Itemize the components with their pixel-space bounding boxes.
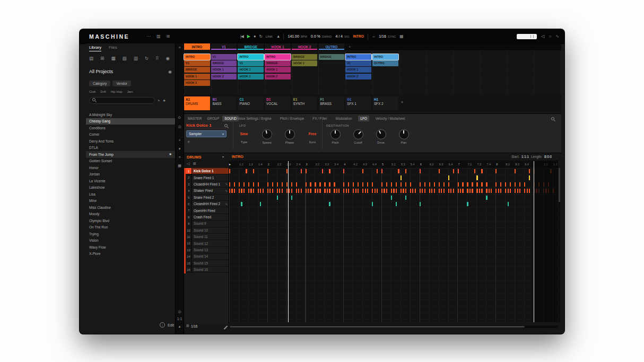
filter-category[interactable]: Category <box>89 81 110 86</box>
note-event[interactable] <box>306 189 307 193</box>
note-event[interactable] <box>348 189 349 193</box>
note-event[interactable] <box>508 202 509 206</box>
note-event[interactable] <box>460 189 461 193</box>
zoom-ratio-label[interactable]: 1:1 <box>176 317 184 321</box>
audition-speaker-icon[interactable]: ◁ <box>187 162 189 166</box>
note-event[interactable] <box>253 169 254 173</box>
note-event[interactable] <box>343 169 344 173</box>
scene-tab-intro[interactable]: INTRO <box>184 43 210 50</box>
pattern-cell-g1-v1[interactable]: V1 <box>345 60 371 66</box>
note-event[interactable] <box>441 189 442 193</box>
note-event[interactable] <box>443 189 445 193</box>
note-event[interactable] <box>346 189 347 193</box>
oneshots-icon[interactable]: ⠿ <box>155 56 159 61</box>
sound-row-3[interactable]: 3ClosedHH Fired 1∿ <box>186 181 229 188</box>
note-event[interactable] <box>462 182 463 187</box>
note-event[interactable] <box>515 189 516 193</box>
note-event[interactable] <box>486 196 487 200</box>
pattern-cell-d1-hook-2[interactable]: HOOK 2 <box>265 74 291 80</box>
note-event[interactable] <box>322 169 323 173</box>
note-event[interactable] <box>229 182 230 187</box>
page-tab-lfo[interactable]: LFO <box>358 116 369 121</box>
note-event[interactable] <box>391 189 392 193</box>
sound-row-13[interactable]: 13Sound 13 <box>186 247 229 253</box>
note-event[interactable] <box>355 189 356 193</box>
note-event[interactable] <box>377 169 378 173</box>
mixer-view-icon[interactable]: ▥ <box>156 34 161 39</box>
pattern-cell-d1-hook-1[interactable]: HOOK 1 <box>265 67 291 73</box>
record-button[interactable]: ● <box>254 34 256 39</box>
pattern-cell-a1-hook-2[interactable]: HOOK 2 <box>184 80 210 86</box>
sound-row-8[interactable]: 8Crash Fired <box>186 214 229 220</box>
param-phase[interactable]: Phase <box>279 129 300 144</box>
scene-tab-v1[interactable]: V1 <box>211 43 237 50</box>
pattern-cell-c1-intro[interactable]: INTRO <box>238 54 264 60</box>
note-event[interactable] <box>334 189 335 193</box>
audio-engine-icon[interactable]: ∿ <box>555 34 559 39</box>
pattern-cell-a1-v1[interactable]: V1 <box>184 60 210 66</box>
note-event[interactable] <box>431 189 432 193</box>
pattern-cell-e1-bridge[interactable]: BRIDGE <box>292 54 318 60</box>
note-event[interactable] <box>310 182 311 187</box>
drive-knob[interactable] <box>376 129 386 139</box>
note-event[interactable] <box>391 182 392 187</box>
param-drive[interactable]: Drive <box>370 129 391 144</box>
project-item-lakeshow[interactable]: Lakeshow <box>86 184 175 191</box>
note-event[interactable] <box>384 189 385 193</box>
collapse-up-icon[interactable]: ▴ <box>176 324 184 329</box>
pattern-cell-h1-outro[interactable]: OUTRO <box>372 60 398 66</box>
loop-button[interactable]: ↻ <box>259 34 262 39</box>
sound-row-16[interactable]: 16Sound 16 <box>186 267 229 273</box>
note-event[interactable] <box>277 189 278 193</box>
speed-knob[interactable] <box>262 129 272 139</box>
note-event[interactable] <box>234 189 235 193</box>
instruments-icon[interactable]: ▧ <box>123 56 127 61</box>
param-cutoff[interactable]: Cutoff <box>347 129 369 144</box>
automation-icon[interactable]: ⊙ <box>176 116 184 120</box>
note-event[interactable] <box>291 196 292 200</box>
note-event[interactable] <box>315 182 316 187</box>
note-event[interactable] <box>229 189 230 193</box>
group-button-h1[interactable]: H1SFX 2 <box>372 96 398 110</box>
follow-icon[interactable]: ◎ <box>176 125 184 129</box>
note-event[interactable] <box>393 189 394 193</box>
note-event[interactable] <box>467 202 468 206</box>
note-event[interactable] <box>260 202 261 206</box>
project-item-conditions[interactable]: Conditions <box>86 125 175 131</box>
project-item-lisa[interactable]: Lisa <box>86 191 175 198</box>
note-event[interactable] <box>529 175 530 180</box>
note-event[interactable] <box>258 182 259 187</box>
keyboard-icon[interactable]: ▦ <box>399 34 403 39</box>
prehear-eye-icon[interactable]: ◉ <box>168 69 172 74</box>
note-event[interactable] <box>439 182 440 187</box>
pattern-cell-f1-bridge[interactable]: BRIDGE <box>319 54 345 60</box>
project-item-la-vicente[interactable]: La Vicente <box>86 178 175 184</box>
sound-row-1[interactable]: 1Kick Dolce 1 <box>186 168 229 174</box>
note-event[interactable] <box>231 189 232 193</box>
note-event[interactable] <box>439 189 440 193</box>
project-item-moody[interactable]: Moody <box>86 211 175 218</box>
note-event[interactable] <box>403 189 404 193</box>
sound-row-15[interactable]: 15Sound 15 <box>186 260 229 267</box>
pattern-cell-g1-intro[interactable]: INTRO <box>345 54 371 60</box>
note-event[interactable] <box>396 202 397 206</box>
note-event[interactable] <box>381 189 382 193</box>
note-event[interactable] <box>469 189 471 193</box>
sound-row-5[interactable]: 5Snare Fired 2 <box>186 195 229 201</box>
follow-grid-icon[interactable]: → <box>372 34 376 39</box>
note-grid[interactable] <box>229 168 558 322</box>
note-event[interactable] <box>353 189 354 193</box>
project-item-mine[interactable]: Mine <box>86 198 175 205</box>
sound-name[interactable]: Kick Dolce 1 <box>186 123 212 128</box>
group-button-d1[interactable]: D1VOCAL <box>265 96 291 110</box>
more-options-icon[interactable]: ⋯ <box>146 34 151 39</box>
sound-search-icon[interactable] <box>224 124 229 129</box>
project-item-trying[interactable]: Trying <box>86 231 175 237</box>
note-event[interactable] <box>508 189 509 193</box>
note-event[interactable] <box>306 182 307 187</box>
vertical-scrollbar[interactable] <box>559 168 560 322</box>
note-event[interactable] <box>324 189 325 193</box>
note-event[interactable] <box>386 189 387 193</box>
note-event[interactable] <box>529 189 530 193</box>
note-event[interactable] <box>405 189 406 193</box>
